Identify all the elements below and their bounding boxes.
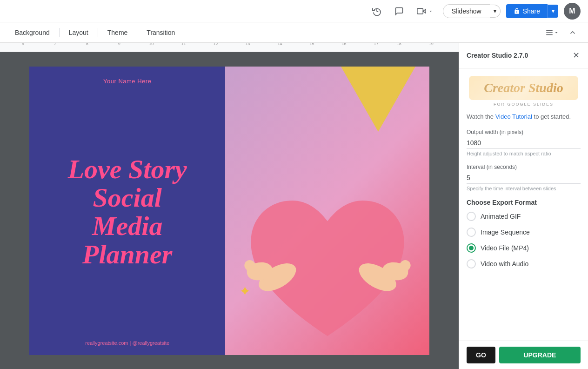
export-option-image-sequence[interactable]: Image Sequence (467, 228, 581, 237)
logo-subtitle: FOR GOOGLE SLIDES (467, 102, 581, 107)
logo-text: Creator Studio (476, 80, 570, 96)
svg-rect-0 (417, 8, 423, 14)
radio-label-video-mp4: Video File (MP4) (481, 244, 529, 252)
export-section-title: Choose Export Format (467, 199, 581, 206)
slide-footer-text: reallygreatsite.com | @reallygreatsite (85, 340, 169, 346)
description-before-link: Watch the (467, 113, 495, 120)
slideshow-dropdown-button[interactable]: ▾ (490, 5, 501, 18)
export-option-video-mp4[interactable]: Video File (MP4) (467, 243, 581, 253)
interval-hint: Specify the time interval between slides (467, 186, 581, 191)
share-button-group: Share ▾ (506, 4, 558, 18)
export-option-animated-gif[interactable]: Animated GIF (467, 212, 581, 221)
main-content: 6 7 8 9 10 11 12 13 14 15 16 17 18 19 (0, 43, 588, 369)
avatar[interactable]: M (564, 3, 581, 20)
slideshow-button[interactable]: Slideshow (443, 4, 490, 18)
collapse-button[interactable] (565, 26, 581, 40)
slide-left-panel: Your Name Here Love StorySocialMediaPlan… (29, 67, 225, 355)
ruler-mark: 10 (149, 43, 154, 46)
panel-close-button[interactable]: ✕ (572, 49, 581, 61)
creator-studio-logo: Creator Studio FOR GOOGLE SLIDES (467, 76, 581, 107)
radio-label-animated-gif: Animated GIF (481, 213, 521, 220)
slide-canvas-wrapper: Your Name Here Love StorySocialMediaPlan… (0, 52, 459, 369)
go-button[interactable]: GO (467, 347, 495, 363)
toolbar-right-actions (541, 26, 581, 40)
secondary-toolbar: Background Layout Theme Transition (0, 22, 588, 43)
camera-button[interactable] (413, 5, 437, 18)
radio-video-mp4[interactable] (467, 243, 476, 253)
yellow-triangle (341, 67, 415, 132)
ruler-inner: 6 7 8 9 10 11 12 13 14 15 16 17 18 19 (0, 43, 459, 51)
comment-button[interactable] (391, 3, 408, 20)
panel-description: Watch the Video Tutorial to get started. (467, 112, 581, 121)
heart-illustration (239, 174, 416, 355)
panel: Creator Studio 2.7.0 ✕ Creator Studio FO… (459, 43, 588, 369)
panel-title: Creator Studio 2.7.0 (467, 52, 528, 59)
video-tutorial-link[interactable]: Video Tutorial (495, 113, 532, 120)
ruler-mark: 11 (181, 43, 186, 46)
panel-body: Creator Studio FOR GOOGLE SLIDES Watch t… (459, 68, 588, 341)
ruler-mark: 9 (118, 43, 120, 46)
ruler-mark: 13 (245, 43, 250, 46)
ruler-mark: 17 (374, 43, 379, 46)
arrange-button[interactable] (541, 26, 563, 40)
export-option-video-audio[interactable]: Video with Audio (467, 259, 581, 268)
separator-1 (59, 28, 60, 37)
description-after-link: to get started. (532, 113, 571, 120)
radio-animated-gif[interactable] (467, 212, 476, 221)
share-button[interactable]: Share (506, 4, 548, 18)
slide-name-text: Your Name Here (103, 78, 151, 85)
panel-header: Creator Studio 2.7.0 ✕ (459, 43, 588, 68)
ruler-mark: 7 (54, 43, 56, 46)
ruler-mark: 16 (341, 43, 346, 46)
ruler-mark: 15 (309, 43, 314, 46)
ruler-mark: 12 (213, 43, 218, 46)
menu-background[interactable]: Background (7, 25, 57, 40)
slide-right-panel: ✦ (225, 67, 429, 355)
slideshow-button-group: Slideshow ▾ (443, 4, 501, 18)
svg-point-9 (244, 260, 255, 270)
panel-footer: GO UPGRADE (459, 341, 588, 369)
menu-theme[interactable]: Theme (100, 25, 135, 40)
logo-wrapper: Creator Studio (469, 76, 578, 100)
interval-label: Interval (in seconds) (467, 164, 581, 170)
output-width-label: Output width (in pixels) (467, 129, 581, 135)
share-label: Share (523, 7, 540, 15)
top-toolbar: Slideshow ▾ Share ▾ M (0, 0, 588, 22)
radio-label-video-audio: Video with Audio (481, 260, 528, 268)
radio-label-image-sequence: Image Sequence (481, 228, 530, 236)
sparkle-icon: ✦ (239, 283, 251, 299)
ruler-mark: 19 (429, 43, 434, 46)
slide-title-text: Love StorySocialMediaPlanner (68, 85, 187, 340)
ruler-mark: 18 (397, 43, 401, 46)
output-width-hint: Height adjusted to match aspect ratio (467, 151, 581, 156)
separator-2 (98, 28, 98, 37)
ruler-mark: 8 (86, 43, 88, 46)
menu-layout[interactable]: Layout (61, 25, 96, 40)
svg-point-11 (400, 260, 410, 270)
ruler-mark: 6 (22, 43, 24, 46)
share-dropdown-button[interactable]: ▾ (548, 5, 558, 18)
slide-area: 6 7 8 9 10 11 12 13 14 15 16 17 18 19 (0, 43, 459, 369)
interval-input[interactable] (467, 172, 581, 184)
menu-transition[interactable]: Transition (139, 25, 182, 40)
separator-3 (137, 28, 137, 37)
slide-canvas[interactable]: Your Name Here Love StorySocialMediaPlan… (29, 67, 429, 355)
ruler: 6 7 8 9 10 11 12 13 14 15 16 17 18 19 (0, 43, 459, 52)
history-button[interactable] (368, 3, 385, 20)
radio-image-sequence[interactable] (467, 228, 476, 237)
upgrade-button[interactable]: UPGRADE (499, 347, 581, 363)
radio-video-audio[interactable] (467, 259, 476, 268)
ruler-mark: 14 (277, 43, 282, 46)
output-width-input[interactable] (467, 137, 581, 149)
